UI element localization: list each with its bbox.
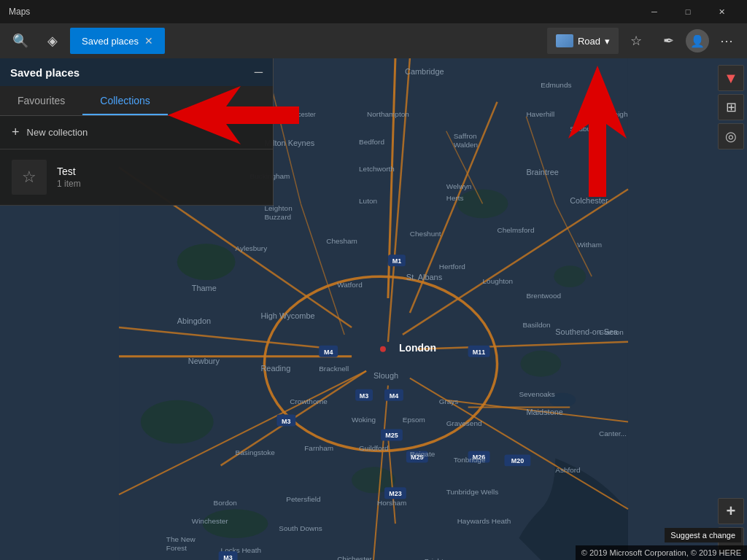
svg-text:Witham: Witham — [577, 241, 602, 249]
collection-item-test[interactable]: ☆ Test 1 item — [0, 149, 273, 206]
new-collection-label: New collection — [27, 127, 88, 138]
svg-text:Newbury: Newbury — [188, 357, 220, 365]
tabs: Favourites Collections — [0, 86, 273, 116]
svg-text:M4: M4 — [390, 392, 398, 400]
saved-places-tab[interactable]: Saved places ✕ — [70, 28, 165, 54]
collection-info: Test 1 item — [57, 166, 81, 189]
window-controls: ─ □ ✕ — [638, 0, 738, 23]
grid-button[interactable]: ⊞ — [718, 94, 744, 120]
road-label: Road — [578, 36, 600, 47]
svg-text:Cheshunt: Cheshunt — [410, 230, 441, 238]
svg-text:Forest: Forest — [166, 544, 187, 552]
tab-collections[interactable]: Collections — [82, 86, 167, 115]
avatar-button[interactable]: 👤 — [686, 29, 709, 52]
panel-header: Saved places ─ — [0, 58, 273, 86]
svg-text:Tonbridge: Tonbridge — [454, 456, 486, 464]
zoom-in-button[interactable]: + — [718, 498, 744, 524]
titlebar: Maps ─ □ ✕ — [0, 0, 747, 23]
search-button[interactable]: 🔍 — [6, 26, 35, 55]
suggest-change-button[interactable]: Suggest a change — [665, 528, 741, 542]
svg-text:Hertford: Hertford — [439, 262, 465, 271]
target-button[interactable]: ◎ — [718, 123, 744, 149]
panel-minimize-button[interactable]: ─ — [255, 66, 263, 79]
map-controls: ▼ ⊞ ◎ + − — [715, 58, 747, 560]
svg-text:Bracknell: Bracknell — [319, 365, 349, 373]
road-map-icon — [556, 34, 573, 47]
svg-text:Canter...: Canter... — [599, 429, 627, 438]
road-map-button[interactable]: Road ▾ — [547, 28, 619, 54]
footer-copyright: © 2019 Microsoft Corporation, © 2019 HER… — [576, 545, 747, 560]
svg-text:Grays: Grays — [439, 397, 459, 405]
svg-text:Loughton: Loughton — [483, 277, 514, 285]
svg-point-1 — [177, 244, 236, 280]
svg-text:Walden: Walden — [454, 141, 478, 149]
close-saved-places-icon[interactable]: ✕ — [144, 35, 153, 47]
collection-count: 1 item — [57, 179, 81, 189]
more-options-button[interactable]: ⋯ — [712, 26, 741, 55]
saved-places-label: Saved places — [82, 36, 139, 47]
svg-text:M1: M1 — [392, 257, 401, 265]
svg-point-84 — [380, 346, 386, 352]
svg-text:Watford: Watford — [337, 281, 363, 289]
svg-point-7 — [554, 265, 586, 287]
svg-text:Horsham: Horsham — [377, 499, 406, 507]
app-title: Maps — [9, 7, 638, 17]
svg-text:Petersfield: Petersfield — [286, 495, 320, 503]
svg-text:Aylesbury: Aylesbury — [236, 244, 268, 252]
panel-title: Saved places — [10, 66, 80, 79]
svg-text:London: London — [399, 342, 436, 354]
favorites-button[interactable]: ☆ — [622, 26, 651, 55]
svg-text:Basingstoke: Basingstoke — [236, 448, 276, 456]
svg-text:Crowthorne: Crowthorne — [290, 397, 328, 405]
svg-text:Clacton: Clacton — [599, 328, 624, 336]
svg-text:Brighton: Brighton — [425, 557, 452, 560]
svg-text:Haverhill: Haverhill — [526, 110, 554, 118]
svg-text:Buzzard: Buzzard — [264, 213, 291, 221]
svg-text:Brentwood: Brentwood — [526, 292, 561, 300]
collection-thumbnail: ☆ — [12, 160, 47, 195]
svg-text:Farnham: Farnham — [304, 444, 333, 452]
close-button[interactable]: ✕ — [705, 0, 738, 23]
collection-star-icon: ☆ — [22, 168, 36, 187]
svg-text:South Downs: South Downs — [279, 524, 322, 532]
svg-point-6 — [520, 351, 561, 377]
svg-text:Cambridge: Cambridge — [405, 67, 444, 76]
maximize-button[interactable]: □ — [671, 0, 705, 23]
svg-text:Towcester: Towcester — [286, 111, 315, 118]
saved-places-panel: Saved places ─ Favourites Collections + … — [0, 58, 274, 206]
svg-text:Slough: Slough — [374, 371, 398, 380]
svg-text:Ashford: Ashford — [555, 466, 580, 474]
svg-text:M3: M3 — [223, 554, 232, 560]
svg-text:High Wycombe: High Wycombe — [260, 311, 314, 320]
tab-favourites[interactable]: Favourites — [0, 86, 82, 115]
svg-text:Gravesend: Gravesend — [446, 419, 482, 427]
svg-text:Northampton: Northampton — [367, 110, 409, 118]
svg-text:Colchester: Colchester — [570, 196, 608, 205]
svg-point-2 — [141, 400, 214, 444]
svg-text:Leighton: Leighton — [264, 204, 292, 212]
compass-button[interactable]: ▼ — [718, 65, 744, 91]
svg-text:Guildford: Guildford — [359, 444, 388, 452]
svg-text:Welwyn: Welwyn — [446, 182, 472, 190]
pen-button[interactable]: ✒ — [654, 26, 683, 55]
collection-name: Test — [57, 166, 81, 177]
svg-text:Herts: Herts — [446, 194, 464, 202]
plus-icon: + — [12, 125, 20, 140]
svg-text:Abingdon: Abingdon — [177, 316, 211, 325]
minimize-button[interactable]: ─ — [638, 0, 671, 23]
svg-text:Tunbridge Wells: Tunbridge Wells — [446, 488, 498, 496]
svg-text:Letchworth: Letchworth — [359, 165, 395, 173]
svg-text:Haywards Heath: Haywards Heath — [457, 517, 511, 525]
svg-text:Woking: Woking — [352, 416, 376, 424]
location-button[interactable]: ◈ — [38, 26, 67, 55]
toolbar: 🔍 ◈ Saved places ✕ Road ▾ ☆ ✒ 👤 ⋯ — [0, 23, 747, 58]
svg-text:Luton: Luton — [359, 197, 377, 205]
svg-text:Braintree: Braintree — [526, 168, 558, 176]
svg-text:Chichester: Chichester — [337, 555, 372, 560]
new-collection-button[interactable]: + New collection — [0, 116, 273, 149]
chevron-down-icon: ▾ — [605, 36, 610, 47]
svg-text:M3: M3 — [282, 418, 290, 425]
svg-text:Reading: Reading — [260, 364, 290, 373]
svg-text:Sevenoaks: Sevenoaks — [519, 390, 554, 398]
svg-text:Epsom: Epsom — [403, 416, 425, 424]
